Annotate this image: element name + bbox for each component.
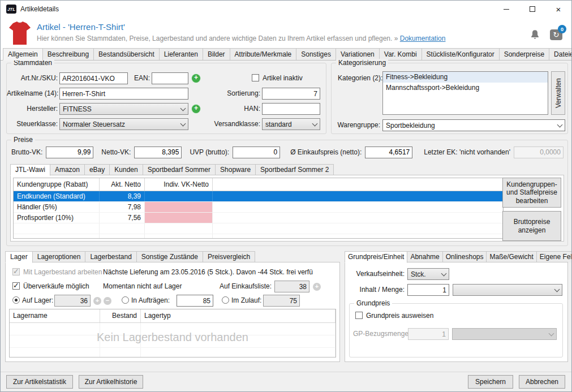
gp-bezugsmenge-label: GP-Bezugsmenge: (353, 328, 410, 339)
hersteller-select[interactable]: FITNESS (59, 103, 188, 115)
ueberverkaeufe-label[interactable]: Überverkäufe möglich (23, 281, 89, 292)
cell-indiv-vk[interactable] (145, 191, 213, 201)
lager-tab-lagerbestand[interactable]: Lagerbestand (85, 251, 136, 262)
im-zulauf-radio[interactable] (222, 296, 229, 304)
ueberverkaeufe-checkbox[interactable] (12, 282, 20, 290)
price-tab-sportbedarf-sommer-2[interactable]: Sportbedarf Sommer 2 (255, 164, 334, 175)
artikelname-label: Artikelname (14): (7, 88, 58, 99)
price-table-row[interactable]: Endkunden (Standard) 8,39 (14, 191, 503, 202)
col-kundengruppe: Kundengruppe (Rabatt) (14, 178, 100, 191)
price-tab-sportbedarf-sommer[interactable]: Sportbedarf Sommer (143, 164, 216, 175)
artikelhistorie-button[interactable]: Zur Artikelhistorie (79, 375, 143, 389)
tab-lieferanten[interactable]: Lieferanten (159, 48, 203, 60)
artikelname-input[interactable] (59, 88, 188, 100)
im-zulauf-label[interactable]: Im Zulauf: (231, 295, 261, 306)
bruttopreise-button[interactable]: Bruttopreise anzeigen (502, 211, 561, 241)
price-tab-ebay[interactable]: eBay (84, 164, 110, 175)
letzter-ek-input (514, 147, 564, 158)
add-einkaufsliste-button[interactable]: + (313, 283, 321, 291)
staffelpreise-button[interactable]: Kundengruppen- und Staffelpreise bearbei… (502, 178, 561, 208)
kategorie-list-item[interactable]: Mannschaftssport->Bekleidung (383, 83, 548, 93)
abbrechen-button[interactable]: Abbrechen (519, 375, 565, 389)
price-table-row[interactable]: Händler (5%) 7,98 (14, 202, 503, 213)
warengruppe-select[interactable]: Sportbekleidung (382, 119, 565, 131)
lager-tab-preisvergleich[interactable]: Preisvergleich (203, 251, 255, 262)
gp-tab-masse-gewicht[interactable]: Maße/Gewicht (486, 251, 536, 262)
gp-tab-abnahme[interactable]: Abnahme (407, 251, 442, 262)
price-tab-kunden[interactable]: Kunden (109, 164, 143, 175)
netto-vk-input[interactable] (134, 147, 182, 158)
gp-tab-onlineshops[interactable]: Onlineshops (442, 251, 487, 262)
auf-lager-label[interactable]: Auf Lager: (22, 295, 53, 306)
sync-status-button[interactable]: ↻ 0 (550, 29, 562, 40)
col-bestand: Bestand (100, 309, 141, 322)
price-table-row[interactable]: Profisportler (10%) 7,56 (14, 213, 503, 223)
tab-variationen[interactable]: Variationen (336, 48, 380, 60)
maximize-button[interactable] (519, 1, 545, 18)
einkaufspreis-input[interactable] (365, 147, 412, 158)
artikel-inaktiv-checkbox[interactable] (252, 74, 259, 81)
steuerklasse-select[interactable]: Normaler Steuersatz (59, 118, 188, 130)
cell-indiv-vk[interactable] (145, 213, 213, 223)
uvp-input[interactable] (233, 147, 280, 158)
add-hersteller-button[interactable]: + (192, 105, 200, 113)
brutto-vk-input[interactable] (46, 147, 93, 158)
in-auftraegen-radio[interactable] (122, 296, 129, 304)
tab-stueckliste-konfigurator[interactable]: Stückliste/Konfigurator (422, 48, 500, 60)
verwalten-button[interactable]: Verwalten (551, 71, 565, 115)
tab-dateien[interactable]: Dateien (549, 48, 572, 60)
inhalt-menge-input[interactable] (407, 284, 449, 296)
decrease-stock-button[interactable]: − (104, 297, 111, 305)
versandklasse-select[interactable]: standard (262, 118, 320, 130)
tab-allgemein[interactable]: Allgemein (3, 48, 43, 61)
tab-attribute-merkmale[interactable]: Attribute/Merkmale (230, 48, 297, 60)
cell-indiv-vk[interactable] (145, 202, 213, 212)
add-ean-button[interactable]: + (192, 74, 200, 83)
in-auftraegen-label[interactable]: In Aufträgen: (131, 295, 170, 306)
increase-stock-button[interactable]: + (93, 297, 101, 305)
close-button[interactable]: × (545, 1, 571, 18)
sortierung-input[interactable] (262, 88, 320, 100)
gp-tab-grundpreis-einheit[interactable]: Grundpreis/Einheit (345, 251, 407, 263)
minimize-button[interactable] (493, 1, 519, 18)
notifications-bell-icon[interactable] (530, 29, 540, 40)
han-input[interactable] (262, 103, 320, 115)
netto-vk-label: Netto-VK: (101, 148, 131, 156)
einkaufsliste-input[interactable] (274, 281, 309, 292)
lager-tab-lageroptionen[interactable]: Lageroptionen (32, 251, 86, 262)
auf-lager-input[interactable] (54, 295, 91, 307)
grundpreis-tab-panel: Verkaufseinheit: Stck. Inhalt / Menge: G… (345, 262, 568, 362)
tab-bilder[interactable]: Bilder (203, 48, 230, 60)
tab-beschreibung[interactable]: Beschreibung (42, 48, 94, 60)
speichern-button[interactable]: Speichern (468, 375, 513, 389)
artikelstatistik-button[interactable]: Zur Artikelstatistik (6, 375, 73, 389)
versandklasse-label: Versandklasse: (205, 118, 260, 130)
ean-input[interactable] (152, 72, 188, 84)
tab-sonderpreise[interactable]: Sonderpreise (499, 48, 549, 60)
kategorie-list-item[interactable]: Fitness->Bekleidung (383, 72, 548, 83)
grundpreis-ausweisen-label[interactable]: Grundpreis ausweisen (366, 310, 433, 321)
artnr-input[interactable] (59, 72, 128, 84)
mit-lagerbestand-checkbox (12, 268, 20, 275)
dokumentation-link[interactable]: Dokumentation (400, 35, 446, 42)
auf-lager-radio[interactable] (12, 296, 20, 304)
price-tab-shopware[interactable]: Shopware (215, 164, 256, 175)
verkaufseinheit-select[interactable]: Stck. (407, 268, 449, 280)
gp-tab-eigene-felder[interactable]: Eigene Felder (536, 251, 572, 262)
grundpreis-ausweisen-checkbox[interactable] (355, 312, 363, 319)
grundpreis-tabstrip: Grundpreis/Einheit Abnahme Onlineshops M… (345, 251, 568, 262)
im-zulauf-input[interactable] (263, 295, 300, 307)
lager-tab-sonstige-zustaende[interactable]: Sonstige Zustände (136, 251, 203, 262)
tab-bestandsuebersicht[interactable]: Bestandsübersicht (93, 48, 160, 60)
price-tab-amazon[interactable]: Amazon (50, 164, 85, 175)
lager-tab-lager[interactable]: Lager (5, 251, 33, 263)
tab-sonstiges[interactable]: Sonstiges (296, 48, 336, 60)
inhalt-einheit-select[interactable] (453, 284, 562, 296)
lager-tab-panel: Mit Lagerbestand arbeiten Nächste Liefer… (5, 262, 340, 362)
brutto-vk-label: Brutto-VK: (11, 148, 42, 156)
artikel-inaktiv-label[interactable]: Artikel inaktiv (263, 72, 303, 84)
price-tab-jtl-wawi[interactable]: JTL-Wawi (10, 164, 50, 176)
tab-var-kombi[interactable]: Var. Kombi (379, 48, 422, 60)
in-auftraegen-input[interactable] (177, 295, 213, 307)
naechste-lieferung-text: Nächste Lieferung am 23.05.2016 (5 Stck.… (103, 266, 313, 278)
